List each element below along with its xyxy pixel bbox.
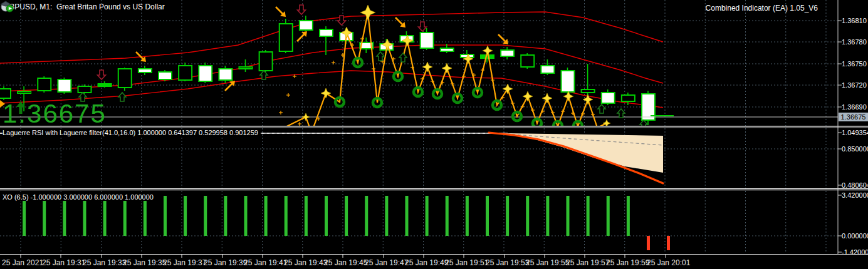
time-label: 25 Jan 19:37 xyxy=(163,258,206,267)
time-label: 25 Jan 19:35 xyxy=(123,258,166,267)
current-price-badge: 1.36675 xyxy=(839,113,868,121)
xo-indicator-label: XO (6.5) -1.000000 3.000000 6.000000 1.0… xyxy=(3,193,156,201)
ea-label: Combined Indicator (EA) 1.05_V6 xyxy=(706,4,818,13)
time-label: 25 Jan 19:39 xyxy=(204,258,247,267)
chart-title: GBPUSD, M1: Great Britan Pound vs US Dol… xyxy=(4,3,165,11)
time-label: 25 Jan 19:53 xyxy=(486,258,529,267)
time-label: 25 Jan 2021 xyxy=(2,258,43,267)
bid-price-watermark: 1.36675 xyxy=(3,101,107,126)
rsi-tick-label: 0.850000 xyxy=(842,145,868,153)
price-tick-label: 1.36690 xyxy=(842,103,867,111)
time-label: 25 Jan 20:01 xyxy=(647,258,690,267)
time-label: 25 Jan 19:47 xyxy=(365,258,408,267)
mt4-chart-window: GBPUSD, M1: Great Britan Pound vs US Dol… xyxy=(0,0,868,269)
xo-tick-label: 0.000000 xyxy=(842,232,868,240)
time-label: 25 Jan 19:51 xyxy=(445,258,488,267)
xo-tick-label: 3.420000 xyxy=(842,191,868,199)
time-label: 25 Jan 19:33 xyxy=(83,258,126,267)
time-label: 25 Jan 19:43 xyxy=(284,258,327,267)
price-tick-label: 1.36780 xyxy=(842,38,867,46)
time-label: 25 Jan 19:41 xyxy=(244,258,287,267)
price-tick-label: 1.36810 xyxy=(842,17,867,24)
ea-smiley-icon[interactable] xyxy=(0,0,14,13)
price-tick-label: 1.36750 xyxy=(842,60,867,68)
time-label: 25 Jan 19:31 xyxy=(42,258,85,267)
time-label: 25 Jan 19:55 xyxy=(526,258,569,267)
time-label: 25 Jan 19:45 xyxy=(324,258,367,267)
rsi-indicator-label: Laguerre RSI with Laguerre filter(41.0,1… xyxy=(3,129,261,136)
rsi-tick-label: 0.480604 xyxy=(842,181,868,189)
xo-tick-label: -1.420000 xyxy=(842,248,868,256)
time-label: 25 Jan 19:57 xyxy=(566,258,609,267)
price-tick-label: 1.36720 xyxy=(842,81,867,89)
rsi-tick-label: 1.049354 xyxy=(842,129,868,136)
time-label: 25 Jan 19:49 xyxy=(405,258,448,267)
time-label: 25 Jan 19:59 xyxy=(606,258,649,267)
